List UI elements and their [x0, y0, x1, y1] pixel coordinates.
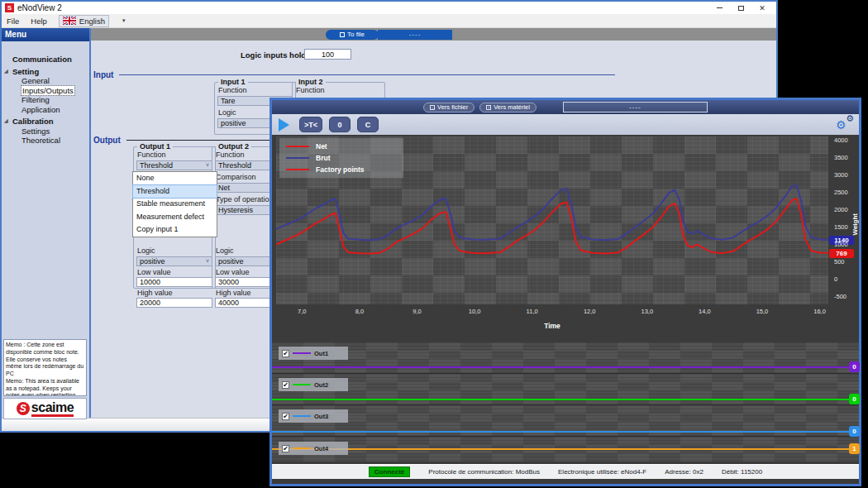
app-icon: S: [5, 3, 14, 12]
upload-icon: ↑: [486, 105, 491, 110]
hold-time-input[interactable]: 100: [304, 49, 351, 60]
language-label: English: [79, 17, 105, 26]
checkbox-checked[interactable]: ✔: [282, 350, 289, 357]
out-row: ✔ Out3 0: [272, 405, 859, 436]
address-status: Adresse: 0x2: [665, 468, 703, 476]
output2-high-label: High value: [216, 289, 251, 298]
close-icon: ✕: [759, 4, 765, 12]
memo-notepad[interactable]: Memo : Cette zone est disponible comme b…: [3, 339, 87, 396]
y-tick-label: 3000: [834, 172, 848, 179]
output2-logic-label: Logic: [216, 246, 234, 256]
sidebar-item-settings[interactable]: Settings: [2, 127, 89, 136]
sidebar-item-inputs-outputs[interactable]: Inputs/Outputs: [2, 86, 89, 96]
current-value-net: 769: [829, 249, 854, 258]
dropdown-option-none[interactable]: None: [133, 172, 217, 185]
close-button[interactable]: ✕: [751, 2, 773, 13]
to-file-button-fr[interactable]: ↓ Vers fichier: [423, 103, 475, 112]
legend-item-net: Net: [286, 142, 397, 151]
output2-type-label: Type of operation: [216, 195, 274, 204]
tare-button[interactable]: >T<: [299, 117, 322, 132]
out-row: ✔ Out2 0: [272, 374, 859, 404]
scaime-logo-icon: S: [17, 402, 30, 415]
x-tick-label: 15,0: [751, 308, 773, 315]
expander-icon[interactable]: ◢: [4, 117, 8, 127]
output1-function-select[interactable]: Threshold˅: [136, 160, 212, 170]
menu-file[interactable]: File: [7, 17, 19, 26]
output2-function-label: Function: [216, 151, 245, 160]
electronics-status: Electronique utilisée: eNod4-F: [558, 468, 646, 476]
x-tick-label: 11,0: [522, 308, 543, 315]
scaime-logo: S scaime: [3, 398, 87, 419]
maximize-button[interactable]: [730, 2, 751, 13]
sidebar-item-application[interactable]: Application: [2, 105, 89, 115]
sidebar-nav: Communication ◢Setting General Inputs/Ou…: [2, 55, 89, 146]
dropdown-option-measurement-defect[interactable]: Measurement defect: [133, 211, 217, 224]
output1-logic-label: Logic: [137, 246, 155, 256]
x-tick-label: 8,0: [349, 308, 370, 315]
out-swatch: [293, 352, 311, 354]
output2-low-label: Low value: [216, 268, 250, 277]
y-tick-label: 4000: [834, 137, 848, 144]
sidebar: Menu Communication ◢Setting General Inpu…: [2, 28, 89, 418]
output2-caption: Output 2: [216, 142, 251, 151]
fg-titlebar[interactable]: ↓ Vers fichier ↑ Vers matériel ----: [272, 100, 859, 114]
scaime-logo-text: scaime: [31, 401, 74, 417]
out-line: [272, 448, 859, 450]
y-tick-label: 0: [834, 276, 837, 283]
output1-high-input[interactable]: 20000: [136, 298, 212, 308]
save-icon: [340, 32, 345, 37]
output1-function-label: Function: [137, 151, 166, 160]
checkbox-checked[interactable]: ✔: [282, 445, 289, 452]
sidebar-item-setting[interactable]: ◢Setting: [2, 67, 89, 77]
connection-status-badge: Connecté: [369, 466, 410, 477]
out-swatch: [293, 415, 311, 417]
output1-low-input[interactable]: 10000: [136, 277, 212, 287]
out4-legend-chip: ✔ Out4: [279, 442, 348, 455]
chart-plot-area[interactable]: Net Brut Factory points: [276, 136, 828, 304]
dropdown-option-copy-input-1[interactable]: Copy input 1: [133, 223, 217, 237]
sidebar-item-theoretical[interactable]: Theoretical: [2, 136, 89, 146]
menu-help[interactable]: Help: [31, 17, 47, 26]
to-hardware-button[interactable]: ↑ Vers matériel: [479, 103, 537, 112]
x-tick-label: 14,0: [694, 308, 715, 315]
out-swatch: [293, 384, 311, 385]
weight-chart: Net Brut Factory points 1140 769 4000350…: [272, 135, 859, 339]
x-tick-label: 13,0: [637, 308, 658, 315]
sidebar-item-communication[interactable]: Communication: [2, 55, 89, 65]
output1-high-label: High value: [137, 289, 173, 298]
sidebar-menu-header: Menu: [2, 28, 89, 41]
out-row: ✔ Out4 1: [272, 437, 859, 462]
y-tick-label: 2000: [834, 207, 848, 213]
clear-button[interactable]: C: [357, 117, 379, 132]
x-tick-label: 16,0: [809, 308, 831, 315]
expander-icon[interactable]: ◢: [4, 67, 8, 77]
sidebar-item-general[interactable]: General: [2, 76, 89, 86]
dropdown-option-threshold[interactable]: Threshold: [133, 185, 217, 199]
minimize-button[interactable]: [708, 2, 730, 13]
input2-function-label: Function: [296, 86, 325, 95]
sidebar-item-filtering[interactable]: Filtering: [2, 95, 89, 105]
x-tick-label: 9,0: [406, 308, 427, 315]
language-selector[interactable]: English: [59, 15, 109, 27]
output2-comparison-label: Comparison: [216, 173, 256, 182]
dropdown-option-stable-measurement[interactable]: Stable measurement: [133, 198, 217, 211]
gear-icon: ⚙: [846, 113, 854, 124]
zero-button[interactable]: 0: [329, 117, 351, 132]
play-button[interactable]: [279, 118, 289, 132]
checkbox-checked[interactable]: ✔: [282, 381, 289, 389]
fg-status-dashes-box: ----: [563, 102, 708, 112]
y-tick-label: 2500: [834, 189, 848, 196]
checkbox-checked[interactable]: ✔: [282, 413, 289, 420]
to-file-button[interactable]: To file: [326, 30, 379, 40]
y-axis-title: Weight: [851, 213, 859, 236]
output1-logic-select[interactable]: positive˅: [136, 256, 212, 266]
sidebar-item-calibration[interactable]: ◢Calibration: [2, 117, 89, 127]
bg-titlebar[interactable]: S eNodView 2 ✕: [2, 2, 776, 14]
x-tick-label: 7,0: [291, 308, 312, 315]
maximize-icon: [738, 6, 744, 11]
legend-item-brut: Brut: [286, 154, 397, 162]
chevron-down-icon: ˅: [206, 257, 209, 266]
settings-button[interactable]: ⚙ ⚙: [836, 115, 854, 133]
menubar: File Help English ▾: [2, 14, 776, 28]
language-dropdown-arrow[interactable]: ▾: [121, 17, 127, 24]
